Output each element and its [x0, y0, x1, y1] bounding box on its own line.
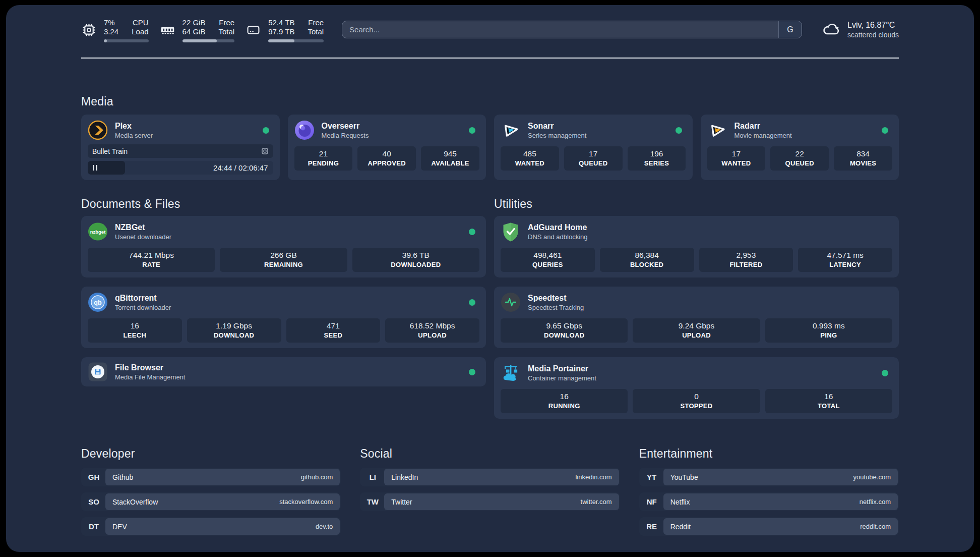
radarr-icon: [707, 120, 727, 140]
app-subtitle: Media File Management: [115, 373, 185, 381]
cpu-load: 3.24: [104, 27, 118, 36]
bookmark-name: DEV: [112, 523, 127, 531]
stat-tile: 945AVAILABLE: [421, 146, 479, 171]
portainer-icon: [501, 363, 521, 383]
bookmark-abbr: SO: [82, 493, 105, 510]
pause-icon: [93, 165, 97, 171]
weather-location-temp: Lviv, 16.87°C: [847, 20, 899, 30]
bookmark-twitter[interactable]: TW Twittertwitter.com: [360, 492, 620, 511]
app-subtitle: Usenet downloader: [115, 233, 171, 241]
stat-tile: 47.571 msLATENCY: [798, 248, 892, 272]
app-card-speedtest[interactable]: Speedtest Speedtest Tracking 9.65 GbpsDO…: [494, 287, 899, 348]
stat-tile: 744.21 MbpsRATE: [88, 248, 215, 272]
app-subtitle: Speedtest Tracking: [528, 303, 584, 312]
bookmark-stackoverflow[interactable]: SO StackOverflowstackoverflow.com: [81, 492, 341, 511]
disk-free: 52.4 TB: [268, 18, 294, 27]
bookmark-reddit[interactable]: RE Redditreddit.com: [639, 517, 899, 536]
bookmark-url: netflix.com: [860, 498, 891, 506]
stat-tile: 196SERIES: [628, 146, 686, 171]
stat-tile: 266 GBREMAINING: [220, 248, 347, 272]
disk-progress-bar: [268, 39, 324, 42]
adguard-icon: [501, 221, 521, 242]
status-online-dot: [469, 299, 475, 306]
stat-tile: 9.24 GbpsUPLOAD: [633, 318, 760, 343]
app-name: Speedtest: [528, 293, 584, 303]
memory-total-label: Total: [218, 27, 234, 36]
status-online-dot: [469, 229, 475, 235]
search-engine-button[interactable]: G: [778, 21, 802, 38]
status-online-dot: [469, 369, 475, 375]
weather-condition: scattered clouds: [847, 30, 899, 39]
session-icon: [261, 147, 269, 155]
nzbget-icon: nzbget: [88, 221, 108, 242]
bookmark-url: dev.to: [316, 523, 333, 530]
filebrowser-icon: [88, 362, 108, 382]
stat-tile: 16TOTAL: [765, 389, 892, 413]
search-input[interactable]: [342, 21, 778, 38]
cpu-stat: 7% CPU 3.24 Load: [81, 18, 149, 42]
app-card-nzbget[interactable]: nzbget NZBGet Usenet downloader 744.21 M…: [81, 216, 486, 277]
bookmark-linkedin[interactable]: LI LinkedInlinkedin.com: [360, 468, 620, 486]
stat-tile: 39.6 TBDOWNLOADED: [352, 248, 479, 272]
section-title-developer: Developer: [81, 447, 341, 461]
stat-tile: 21PENDING: [294, 146, 353, 171]
speedtest-icon: [501, 292, 521, 312]
dashboard: 7% CPU 3.24 Load: [6, 5, 974, 552]
svg-text:nzbget: nzbget: [90, 229, 106, 235]
disk-icon: [246, 18, 261, 42]
plex-icon: [88, 120, 108, 140]
app-card-adguard[interactable]: AdGuard Home DNS and adblocking 498,461Q…: [494, 216, 899, 277]
sonarr-icon: [501, 120, 521, 140]
app-card-filebrowser[interactable]: File Browser Media File Management: [81, 357, 486, 386]
memory-progress-bar: [182, 39, 235, 42]
playback-time: 24:44 / 02:06:47: [213, 163, 268, 172]
section-title-social: Social: [360, 447, 620, 461]
bookmark-abbr: GH: [82, 469, 105, 485]
app-subtitle: Series management: [528, 131, 586, 140]
bookmark-abbr: YT: [640, 469, 663, 485]
app-subtitle: Torrent downloader: [115, 303, 171, 312]
stat-tile: 9.65 GbpsDOWNLOAD: [501, 318, 628, 343]
qbittorrent-icon: qb: [88, 292, 108, 312]
stat-tile: 834MOVIES: [834, 146, 892, 171]
memory-stat: 22 GiB Free 64 GiB Total: [160, 18, 235, 42]
app-card-sonarr[interactable]: Sonarr Series management 485WANTED 17QUE…: [494, 115, 693, 180]
memory-total: 64 GiB: [182, 27, 206, 36]
app-card-radarr[interactable]: Radarr Movie management 17WANTED 22QUEUE…: [701, 115, 899, 180]
bookmark-abbr: NF: [640, 493, 663, 510]
stat-tile: 0STOPPED: [633, 389, 760, 413]
bookmark-name: LinkedIn: [391, 473, 418, 481]
bookmark-url: twitter.com: [581, 498, 612, 506]
bookmark-url: stackoverflow.com: [279, 498, 333, 506]
bookmark-github[interactable]: GH Githubgithub.com: [81, 468, 341, 486]
stat-tile: 2,953FILTERED: [699, 248, 793, 272]
app-name: Sonarr: [528, 121, 586, 131]
bookmark-abbr: RE: [640, 518, 663, 535]
cpu-icon: [81, 18, 97, 42]
bookmark-netflix[interactable]: NF Netflixnetflix.com: [639, 492, 899, 511]
stat-tile: 485WANTED: [501, 146, 559, 171]
bookmark-url: github.com: [301, 473, 333, 481]
disk-total-label: Total: [308, 27, 324, 36]
stat-tile: 22QUEUED: [770, 146, 829, 171]
now-playing-row: Bullet Train: [88, 144, 273, 158]
bookmark-youtube[interactable]: YT YouTubeyoutube.com: [639, 468, 899, 486]
app-card-portainer[interactable]: Media Portainer Container management 16R…: [494, 357, 899, 419]
playback-progress-bar: 24:44 / 02:06:47: [88, 161, 273, 175]
app-card-plex[interactable]: Plex Media server Bullet Train: [81, 115, 280, 180]
stat-tile: 618.52 MbpsUPLOAD: [385, 318, 479, 343]
stat-tile: 471SEED: [286, 318, 381, 343]
bookmark-name: Twitter: [391, 498, 412, 506]
bookmark-name: StackOverflow: [112, 498, 158, 506]
memory-icon: [160, 18, 175, 42]
app-card-qbittorrent[interactable]: qb qBittorrent Torrent downloader 16LEEC…: [81, 287, 486, 348]
disk-free-label: Free: [308, 18, 324, 27]
bookmark-dev[interactable]: DT DEVdev.to: [81, 517, 341, 536]
cpu-load-label: Load: [132, 27, 148, 36]
app-card-overseerr[interactable]: Overseerr Media Requests 21PENDING 40APP…: [288, 115, 486, 180]
bookmark-name: Reddit: [670, 523, 691, 531]
section-title-documents: Documents & Files: [81, 197, 486, 211]
app-subtitle: Media server: [115, 131, 153, 140]
bookmark-abbr: LI: [361, 469, 384, 485]
status-online-dot: [469, 127, 475, 134]
